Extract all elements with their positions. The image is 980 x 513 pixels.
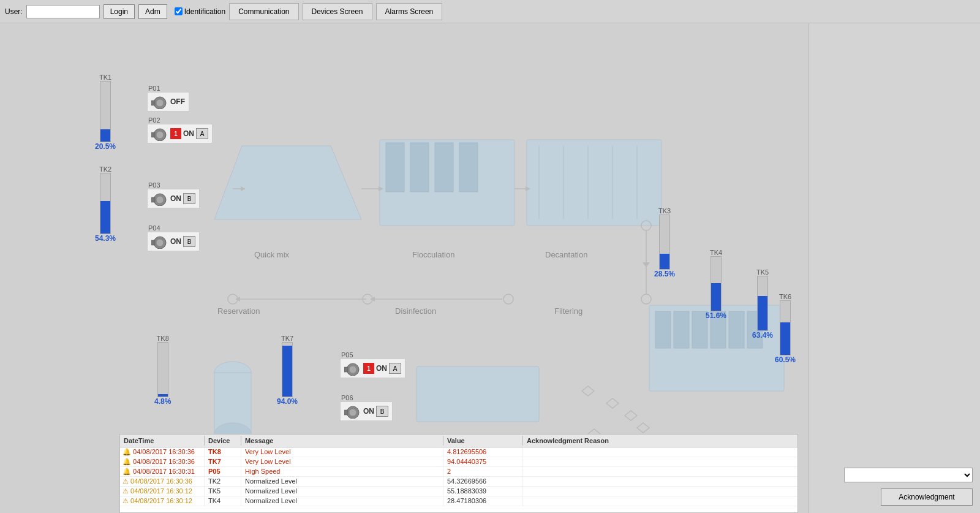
alarm-row: 🔔 04/08/2017 16:30:36 TK7 Very Low Level… <box>120 457 797 467</box>
svg-rect-4 <box>435 143 453 192</box>
alarm-value-2: 94.04440375 <box>443 457 523 466</box>
acknowledgment-button[interactable]: Acknowledgment <box>881 488 973 506</box>
tank-tk6-fill <box>780 322 790 355</box>
svg-rect-57 <box>344 410 348 415</box>
svg-rect-48 <box>151 197 155 202</box>
alarm-table-body[interactable]: 🔔 04/08/2017 16:30:36 TK8 Very Low Level… <box>119 447 798 513</box>
svg-rect-42 <box>151 101 155 105</box>
alarm-value-1: 4.812695506 <box>443 447 523 457</box>
pump-p05-item[interactable]: 1 ON A <box>340 359 405 378</box>
svg-rect-5 <box>459 143 478 192</box>
user-input[interactable] <box>26 5 100 18</box>
tank-tk2-fill <box>100 201 110 234</box>
tank-tk5-pct: 63.4% <box>752 331 773 340</box>
pump-p04-item[interactable]: ON B <box>147 232 200 251</box>
alarm-ack-3 <box>523 467 797 476</box>
pump-p01-status: OFF <box>170 97 185 106</box>
alarm-message-2: Very Low Level <box>241 457 443 466</box>
tank-tk3: TK3 28.5% <box>654 207 675 278</box>
svg-point-32 <box>503 294 513 304</box>
label-flocculation: Flocculation <box>412 250 454 259</box>
tank-tk2-pct: 54.3% <box>95 234 116 243</box>
pump-p05-label: P05 <box>341 351 405 359</box>
col-message: Message <box>241 436 443 446</box>
tank-tk8-fill <box>158 394 168 397</box>
svg-rect-19 <box>417 367 539 422</box>
alarm-ack-4 <box>523 477 797 486</box>
identification-check[interactable]: Identification <box>175 7 225 16</box>
tank-tk5: TK5 63.4% <box>752 268 773 340</box>
tank-tk2: TK2 54.3% <box>95 165 116 243</box>
tank-tk6-label: TK6 <box>779 293 791 300</box>
alarm-section: DateTime Device Message Value Acknowledg… <box>119 434 798 513</box>
svg-rect-51 <box>151 240 155 245</box>
label-decantation: Decantation <box>545 250 587 259</box>
adm-button[interactable]: Adm <box>138 4 167 19</box>
pump-p02-label: P02 <box>148 116 213 124</box>
svg-point-41 <box>156 99 164 107</box>
tank-tk7-pct: 94.0% <box>277 397 298 406</box>
alarm-device-2: TK7 <box>205 457 241 466</box>
ack-reason-dropdown[interactable] <box>844 468 973 482</box>
main-canvas: TK1 20.5% TK2 54.3% TK3 28.5% TK4 51.6% … <box>0 23 809 513</box>
tank-tk4: TK4 51.6% <box>706 249 726 320</box>
pump-p02-badge: 1 <box>170 128 181 139</box>
tank-tk5-fill <box>758 296 767 330</box>
alarm-ack-1 <box>523 447 797 457</box>
tank-tk4-fill <box>711 283 721 311</box>
alarm-row: ⚠ 04/08/2017 16:30:36 TK2 Normalized Lev… <box>120 477 797 487</box>
tab-alarms-screen[interactable]: Alarms Screen <box>376 3 443 20</box>
tank-tk2-label: TK2 <box>99 165 111 173</box>
tank-tk4-bar <box>710 256 722 311</box>
tab-devices-screen[interactable]: Devices Screen <box>303 3 372 20</box>
login-button[interactable]: Login <box>104 4 135 19</box>
alarm-ack-5 <box>523 487 797 496</box>
tank-tk8-bar <box>157 342 168 397</box>
alarm-ack-6 <box>523 496 797 506</box>
tank-tk8-label: TK8 <box>157 335 169 342</box>
pump-p06-icon <box>344 404 361 419</box>
svg-rect-6 <box>527 140 662 226</box>
alarm-row: ⚠ 04/08/2017 16:30:12 TK5 Normalized Lev… <box>120 487 797 496</box>
alarm-value-6: 28.47180306 <box>443 496 523 506</box>
svg-point-56 <box>349 409 356 416</box>
svg-rect-45 <box>151 132 155 137</box>
alarm-ack-2 <box>523 457 797 466</box>
pump-p01-item[interactable]: OFF <box>147 92 189 112</box>
col-ack-reason: Acknowledgment Reason <box>523 436 797 446</box>
alarm-message-6: Normalized Level <box>241 496 443 506</box>
alarm-message-5: Normalized Level <box>241 487 443 496</box>
col-device: Device <box>205 436 241 446</box>
label-disinfection: Disinfection <box>395 306 436 316</box>
pump-p04-icon <box>151 234 168 249</box>
tank-tk1: TK1 20.5% <box>95 74 116 151</box>
alarm-device-1: TK8 <box>205 447 241 457</box>
pump-p03-item[interactable]: ON B <box>147 189 200 208</box>
pump-p01-label: P01 <box>148 85 189 92</box>
alarm-message-3: High Speed <box>241 467 443 476</box>
alarm-message-1: Very Low Level <box>241 447 443 457</box>
pump-p06-item[interactable]: ON B <box>340 401 393 421</box>
identification-label: Identification <box>184 7 225 16</box>
svg-rect-54 <box>344 367 348 372</box>
svg-point-33 <box>641 294 651 304</box>
alarm-value-5: 55.18883039 <box>443 487 523 496</box>
pump-p03-icon <box>151 191 168 206</box>
tab-communication[interactable]: Communication <box>229 3 298 20</box>
pump-p05-status: ON <box>376 364 387 373</box>
pump-p05-mode: A <box>389 363 401 374</box>
pump-p06-label: P06 <box>341 394 393 401</box>
tank-tk8: TK8 4.8% <box>154 335 171 406</box>
tank-tk7-label: TK7 <box>281 335 293 342</box>
alarm-device-6: TK4 <box>205 496 241 506</box>
tank-tk6-bar <box>780 300 791 355</box>
tank-tk6-pct: 60.5% <box>775 355 796 364</box>
pump-p03-label: P03 <box>148 181 200 189</box>
alarm-value-3: 2 <box>443 467 523 476</box>
col-value: Value <box>443 436 523 446</box>
pump-p01-group: P01 OFF <box>147 85 189 112</box>
pump-p02-item[interactable]: 1 ON A <box>147 124 213 143</box>
label-quick-mix: Quick mix <box>254 250 289 259</box>
svg-point-47 <box>156 196 164 203</box>
pump-p04-status: ON <box>170 237 181 246</box>
